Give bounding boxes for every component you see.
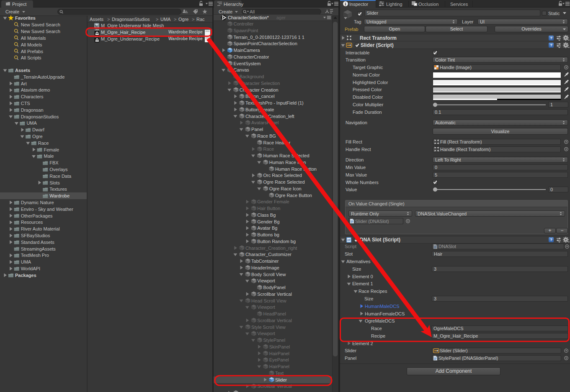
- svg-text:UMA: UMA: [95, 36, 99, 38]
